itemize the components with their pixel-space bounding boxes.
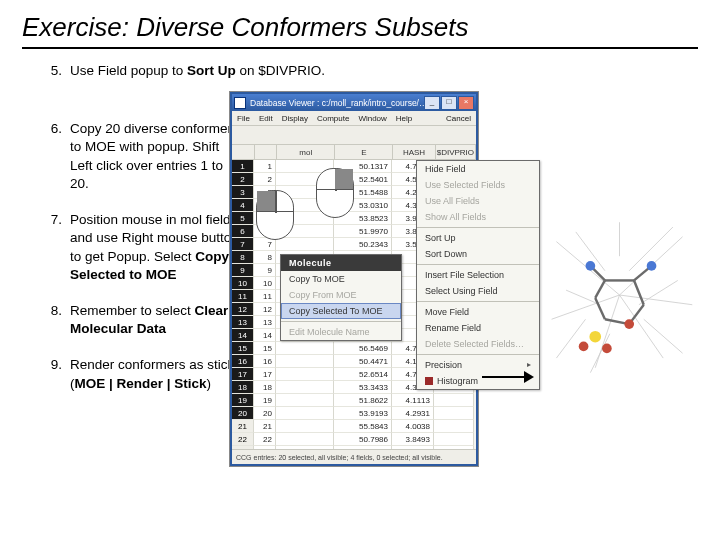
menu-compute[interactable]: Compute <box>317 114 349 123</box>
ctx-show-all-fields[interactable]: Show All Fields <box>417 209 539 225</box>
ctx-separator <box>281 321 401 322</box>
svg-point-26 <box>624 319 634 329</box>
menu-window[interactable]: Window <box>358 114 386 123</box>
status-bar: CCG entries: 20 selected, all visible; 4… <box>232 449 476 464</box>
table-row[interactable]: 212155.58434.0038 <box>232 420 476 433</box>
mouse-left-click-icon <box>256 190 298 248</box>
svg-point-29 <box>602 344 612 354</box>
col-blank[interactable] <box>255 145 278 159</box>
mouse-right-click-icon <box>316 168 358 226</box>
table-row[interactable]: 202053.91934.2931 <box>232 407 476 420</box>
ctx-sort-down[interactable]: Sort Down <box>417 246 539 262</box>
page-title: Exercise: Diverse Conformers Subsets <box>22 12 698 49</box>
menu-display[interactable]: Display <box>282 114 308 123</box>
svg-point-25 <box>586 261 596 271</box>
ctx-select-using-field[interactable]: Select Using Field <box>417 283 539 299</box>
svg-line-21 <box>595 280 605 297</box>
col-index[interactable] <box>232 145 255 159</box>
step-9: 9. Render conformers as stick (MOE | Ren… <box>40 356 240 392</box>
ctx-copy-from-moe[interactable]: Copy From MOE <box>281 287 401 303</box>
ctx-hide-field[interactable]: Hide Field <box>417 161 539 177</box>
ctx-delete-selected-fields[interactable]: Delete Selected Fields… <box>417 336 539 352</box>
ctx-use-selected-fields[interactable]: Use Selected Fields <box>417 177 539 193</box>
context-menu-field: Hide Field Use Selected Fields Use All F… <box>416 160 540 390</box>
steps-list: 5. Use Field popup to Sort Up on $DIVPRI… <box>40 62 240 411</box>
maximize-button[interactable]: □ <box>441 96 457 110</box>
ctx-use-all-fields[interactable]: Use All Fields <box>417 193 539 209</box>
svg-marker-1 <box>524 371 534 383</box>
menu-edit[interactable]: Edit <box>259 114 273 123</box>
table-row[interactable]: 191951.86224.1113 <box>232 394 476 407</box>
svg-line-10 <box>556 319 585 358</box>
step-8: 8. Remember to select Clear Molecular Da… <box>40 302 240 338</box>
ctx-sort-up[interactable]: Sort Up <box>417 230 539 246</box>
menu-bar[interactable]: File Edit Display Compute Window Help Ca… <box>232 111 476 126</box>
svg-point-24 <box>647 261 657 271</box>
arrow-icon <box>482 370 534 384</box>
ctx-rename-field[interactable]: Rename Field <box>417 320 539 336</box>
svg-point-28 <box>579 342 589 352</box>
step-7: 7. Position mouse in mol field and use R… <box>40 211 240 284</box>
col-hash[interactable]: HASH <box>393 145 435 159</box>
table-row[interactable]: 222250.79863.8493 <box>232 433 476 446</box>
ctx-copy-selected-to-moe[interactable]: Copy Selected To MOE <box>281 303 401 319</box>
col-mol[interactable]: mol <box>277 145 335 159</box>
svg-point-27 <box>589 331 601 343</box>
close-button[interactable]: × <box>458 96 474 110</box>
svg-line-14 <box>639 280 678 304</box>
toolbar <box>232 126 476 145</box>
app-icon <box>234 97 246 109</box>
molecule-render <box>537 210 702 380</box>
svg-line-5 <box>620 295 693 305</box>
menu-file[interactable]: File <box>237 114 250 123</box>
column-headers: mol E HASH $DIVPRIO <box>232 145 476 160</box>
window-title: Database Viewer : c:/moll_rank/intro_cou… <box>250 98 424 108</box>
svg-line-17 <box>634 280 644 304</box>
col-e[interactable]: E <box>335 145 393 159</box>
ctx-header: Molecule <box>281 255 401 271</box>
menu-cancel[interactable]: Cancel <box>446 114 471 123</box>
minimize-button[interactable]: _ <box>424 96 440 110</box>
titlebar[interactable]: Database Viewer : c:/moll_rank/intro_cou… <box>232 94 476 111</box>
menu-help[interactable]: Help <box>396 114 412 123</box>
ctx-move-field[interactable]: Move Field <box>417 304 539 320</box>
svg-line-11 <box>644 319 683 353</box>
col-divprio[interactable]: $DIVPRIO <box>436 145 476 159</box>
ctx-copy-to-moe[interactable]: Copy To MOE <box>281 271 401 287</box>
step-6: 6. Copy 20 diverse conformers to MOE wit… <box>40 120 240 193</box>
context-menu-molecule: Molecule Copy To MOE Copy From MOE Copy … <box>280 254 402 341</box>
ctx-insert-file-selection[interactable]: Insert File Selection <box>417 267 539 283</box>
ctx-edit-molecule-name[interactable]: Edit Molecule Name <box>281 324 401 340</box>
step-5: 5. Use Field popup to Sort Up on $DIVPRI… <box>40 62 440 80</box>
